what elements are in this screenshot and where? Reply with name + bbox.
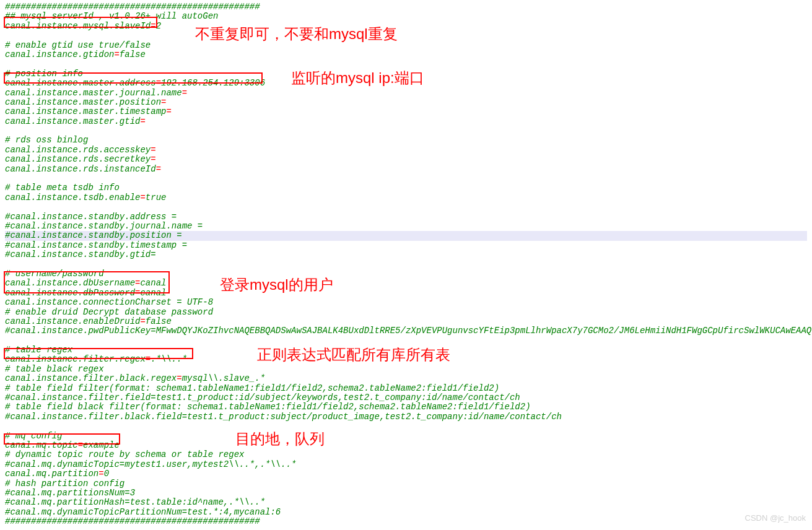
code-line <box>5 59 807 69</box>
equals-sign: = <box>161 97 166 107</box>
config-value: 0 <box>104 469 109 479</box>
code-line: canal.instance.dbUsername=canal <box>5 279 807 288</box>
code-line: # table black regex <box>5 365 807 374</box>
annotation-text: 不重复即可，不要和mysql重复 <box>195 26 398 42</box>
equals-sign: = <box>114 50 119 59</box>
code-line: ########################################… <box>5 517 807 526</box>
config-key: canal.instance.master.gtid <box>5 116 140 126</box>
config-key: canal.instance.tsdb.enable <box>5 193 140 202</box>
code-line: #canal.mq.dynamicTopic=mytest1.user,myte… <box>5 460 807 469</box>
equals-sign: = <box>182 88 187 98</box>
code-line <box>5 422 807 431</box>
equals-sign: = <box>78 440 83 450</box>
annotation-text: 登录mysql的用户 <box>220 277 333 293</box>
code-line: # dynamic topic route by schema or table… <box>5 450 807 459</box>
code-line: canal.instance.rds.secretkey= <box>5 155 807 164</box>
code-line <box>5 174 807 183</box>
code-line <box>5 31 807 40</box>
code-line: canal.instance.connectionCharset = UTF-8 <box>5 298 807 307</box>
code-line: # username/password <box>5 269 807 279</box>
equals-sign: = <box>151 154 155 164</box>
code-line: canal.instance.mysql.slaveId=2 <box>5 22 807 31</box>
config-key: canal.instance.rds.accesskey <box>5 145 151 155</box>
code-line: #canal.instance.standby.timestamp = <box>5 241 807 250</box>
code-line: #canal.mq.partitionsNum=3 <box>5 489 807 498</box>
equals-sign: = <box>140 116 145 126</box>
config-key: canal.mq.partition <box>5 469 98 479</box>
code-line: #canal.instance.standby.position = <box>5 231 807 240</box>
code-line <box>5 126 807 136</box>
code-line: canal.mq.topic=example <box>5 441 807 450</box>
config-value: .*\\..* <box>151 354 187 364</box>
config-key: canal.instance.master.timestamp <box>5 106 166 116</box>
config-key: canal.instance.rds.secretkey <box>5 154 151 164</box>
config-key: canal.instance.gtidon <box>5 50 114 59</box>
config-value: false <box>120 50 146 59</box>
equals-sign: = <box>177 373 181 383</box>
equals-sign: = <box>151 145 155 155</box>
config-key: canal.instance.rds.instanceId <box>5 164 156 174</box>
code-line: #canal.instance.standby.journal.name = <box>5 222 807 231</box>
code-line: #canal.mq.dynamicTopicPartitionNum=test.… <box>5 508 807 517</box>
equals-sign: = <box>156 164 161 174</box>
code-line: canal.instance.tsdb.enable=true <box>5 193 807 202</box>
code-line <box>5 336 807 345</box>
equals-sign: = <box>98 469 103 479</box>
code-line: #canal.instance.pwdPublicKey=MFwwDQYJKoZ… <box>5 326 807 336</box>
code-line: # rds oss binlog <box>5 136 807 145</box>
code-line: # enable gtid use true/false <box>5 41 807 50</box>
code-line <box>5 202 807 212</box>
code-line: ## mysql serverId , v1.0.26+ will autoGe… <box>5 12 807 21</box>
config-value: false <box>146 316 172 326</box>
equals-sign: = <box>156 78 161 88</box>
code-line: canal.instance.master.timestamp= <box>5 107 807 116</box>
config-value: 2 <box>156 21 161 31</box>
code-line: ########################################… <box>5 2 807 12</box>
config-key: canal.mq.topic <box>5 440 78 450</box>
annotation-text: 监听的mysql ip:端口 <box>291 70 424 86</box>
config-key: canal.instance.mysql.slaveId <box>5 21 151 31</box>
config-key: canal.instance.filter.black.regex <box>5 373 177 383</box>
code-line: #canal.instance.filter.field=test1.t_pro… <box>5 393 807 402</box>
config-value: canal <box>140 288 166 298</box>
code-line: # table field filter(format: schema1.tab… <box>5 384 807 393</box>
config-key: canal.instance.dbPassword <box>5 288 135 298</box>
code-line: canal.instance.master.gtid= <box>5 117 807 126</box>
code-line: #canal.mq.partitionHash=test.table:id^na… <box>5 498 807 507</box>
equals-sign: = <box>146 354 151 364</box>
config-key: canal.instance.dbUsername <box>5 278 135 288</box>
config-value: mysql\\.slave_.* <box>182 373 265 383</box>
annotation-text: 正则表达式匹配所有库所有表 <box>257 347 450 363</box>
code-line: # mq config <box>5 432 807 441</box>
code-line: #canal.instance.standby.gtid= <box>5 250 807 259</box>
config-value: true <box>146 193 167 202</box>
code-line: canal.instance.enableDruid=false <box>5 317 807 326</box>
config-value: canal <box>140 278 166 288</box>
code-line: canal.instance.master.position= <box>5 98 807 107</box>
code-line: canal.instance.filter.black.regex=mysql\… <box>5 374 807 383</box>
code-line: canal.instance.master.journal.name= <box>5 89 807 98</box>
config-key: canal.instance.filter.regex <box>5 354 146 364</box>
code-line: canal.instance.rds.instanceId= <box>5 165 807 174</box>
config-value: 192.168.254.129:3306 <box>161 78 265 88</box>
code-line: # table field black filter(format: schem… <box>5 402 807 412</box>
config-key: canal.instance.master.address <box>5 78 156 88</box>
code-line: canal.instance.dbPassword=canal <box>5 289 807 298</box>
code-line: #canal.instance.filter.black.field=test1… <box>5 412 807 422</box>
config-key: canal.instance.master.position <box>5 97 161 107</box>
equals-sign: = <box>140 316 145 326</box>
config-key: canal.instance.enableDruid <box>5 316 140 326</box>
code-line: canal.instance.rds.accesskey= <box>5 146 807 155</box>
config-key: canal.instance.master.journal.name <box>5 88 182 98</box>
equals-sign: = <box>166 106 171 116</box>
config-value: example <box>83 440 120 450</box>
watermark: CSDN @jc_hook <box>745 514 806 523</box>
code-line: canal.mq.partition=0 <box>5 469 807 479</box>
code-line: # table meta tsdb info <box>5 183 807 193</box>
code-line: # hash partition config <box>5 479 807 489</box>
equals-sign: = <box>140 193 145 202</box>
equals-sign: = <box>151 21 155 31</box>
annotation-text: 目的地，队列 <box>235 431 325 447</box>
code-line: #canal.instance.standby.address = <box>5 212 807 222</box>
code-line <box>5 260 807 269</box>
